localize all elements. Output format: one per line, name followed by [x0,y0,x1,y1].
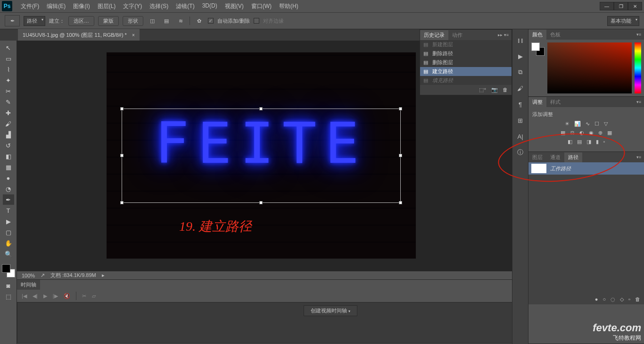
history-item[interactable]: ▤新建图层 [420,40,512,49]
trash-icon[interactable]: 🗑 [503,87,508,93]
fill-path-icon[interactable]: ● [595,296,598,302]
make-mask-button[interactable]: 蒙版 [98,16,119,26]
info-arrow[interactable]: ▸ [102,272,105,278]
doc-info[interactable]: 文档 :834.1K/9.89M [50,272,96,279]
history-tab[interactable]: 历史记录 [420,30,448,40]
make-selection-button[interactable]: 选区… [68,16,94,26]
path-select-tool[interactable]: ▶ [3,216,14,227]
active-tool-preview[interactable]: ✒ [5,15,20,26]
curves-icon[interactable]: ∿ [586,121,590,127]
close-button[interactable]: ✕ [628,2,642,10]
handle-r[interactable] [399,154,402,157]
type-tool[interactable]: T [3,205,14,216]
lookup-icon[interactable]: ▦ [607,130,612,136]
levels-icon[interactable]: 📊 [574,121,581,127]
path-to-selection-icon[interactable]: ◌ [611,296,615,302]
panel-menu-icon[interactable]: ▾≡ [634,155,644,159]
quick-select-tool[interactable]: ✦ [3,75,14,85]
swatches-icon[interactable]: ⊞ [515,115,526,126]
eraser-tool[interactable]: ◧ [3,151,14,161]
rectangle-tool[interactable]: ▢ [3,227,14,237]
brush-tool[interactable]: 🖌 [3,118,14,129]
panel-menu-icon[interactable]: ▾≡ [634,100,644,104]
menu-type[interactable]: 文字(Y) [119,0,146,12]
work-path-item[interactable]: 工作路径 [528,162,644,175]
handle-bl[interactable] [120,201,124,204]
selective-icon[interactable]: ▫ [603,139,605,145]
menu-filter[interactable]: 滤镜(T) [172,0,198,12]
menu-3d[interactable]: 3D(D) [198,0,221,12]
eyedropper-tool[interactable]: ✎ [3,97,14,107]
menu-file[interactable]: 文件(F) [17,0,43,12]
stroke-path-icon[interactable]: ○ [603,296,606,302]
handle-l[interactable] [120,154,124,157]
paths-tab[interactable]: 路径 [564,152,582,162]
mini-fg[interactable] [531,42,540,51]
quickmask-toggle[interactable]: ◙ [3,280,14,291]
history-list[interactable]: ▤新建图层 ▤删除路径 ▤删除图层 ▤建立路径 ▤填充路径 [420,40,512,85]
transform-bounding-box[interactable] [122,109,401,203]
rubber-band-icon[interactable]: ✿ [194,16,204,26]
gradient-tool[interactable]: ▦ [3,162,14,172]
prev-frame-icon[interactable]: ◀| [33,293,38,299]
channels-tab[interactable]: 通道 [546,152,564,162]
create-video-timeline-button[interactable]: 创建视频时间轴 ▾ [304,305,357,316]
make-shape-button[interactable]: 形状 [123,16,143,26]
styles-tab[interactable]: 样式 [546,97,564,107]
brush-presets-icon[interactable]: ⫿⫿ [515,35,526,45]
history-item[interactable]: ▤删除路径 [420,49,512,58]
menu-window[interactable]: 窗口(W) [248,0,275,12]
paths-list[interactable]: 工作路径 [528,162,644,294]
screenmode-toggle[interactable]: ⬚ [3,291,14,302]
path-arrange-icon[interactable]: ≋ [175,16,186,26]
history-collapse-icon[interactable]: ▸▸ ▾≡ [495,33,512,37]
handle-br[interactable] [399,201,402,204]
history-item[interactable]: ▤填充路径 [420,76,512,85]
close-tab-icon[interactable]: × [132,33,135,38]
posterize-icon[interactable]: ▤ [577,139,582,145]
new-path-icon[interactable]: ▫ [628,296,630,302]
first-frame-icon[interactable]: |◀ [22,293,27,299]
color-mini-swatches[interactable] [531,42,545,56]
pen-tool[interactable]: ✒ [3,194,14,205]
path-op-combine-icon[interactable]: ◫ [147,16,157,26]
menu-edit[interactable]: 编辑(E) [43,0,69,12]
panel-menu-icon[interactable]: ▾≡ [634,32,644,37]
foreground-color[interactable] [2,264,10,273]
threshold-icon[interactable]: ◨ [586,139,591,145]
hue-icon[interactable]: ▦ [561,130,565,136]
menu-select[interactable]: 选择(S) [146,0,172,12]
audio-icon[interactable]: 🔇 [64,293,70,299]
history-item-selected[interactable]: ▤建立路径 [420,67,512,76]
handle-t[interactable] [259,107,263,110]
next-frame-icon[interactable]: |▶ [53,293,58,299]
brightness-icon[interactable]: ☀ [565,121,570,127]
menu-image[interactable]: 图像(I) [69,0,93,12]
paragraph-icon[interactable]: ¶ [515,99,526,109]
split-icon[interactable]: ✂ [82,293,86,299]
bw-icon[interactable]: ◐ [579,130,584,136]
share-icon[interactable]: ↗ [41,272,45,278]
transition-icon[interactable]: ▱ [92,293,96,299]
photo-filter-icon[interactable]: ◉ [589,130,594,136]
stamp-tool[interactable]: ▟ [3,129,14,140]
crop-tool[interactable]: ✂ [3,86,14,96]
handle-tr[interactable] [399,107,402,110]
layers-tab[interactable]: 图层 [528,152,546,162]
play-icon[interactable]: ▶ [43,293,47,299]
camera-icon[interactable]: 📷 [491,87,498,93]
dodge-tool[interactable]: ◔ [3,184,14,194]
menu-layer[interactable]: 图层(L) [94,0,120,12]
timeline-tab[interactable]: 时间轴 [17,280,40,290]
blur-tool[interactable]: ● [3,173,14,183]
pen-mode-select[interactable]: 路径 [24,16,45,26]
selection-to-path-icon[interactable]: ◇ [620,296,624,302]
delete-path-icon[interactable]: 🗑 [635,296,640,302]
balance-icon[interactable]: ⚖ [570,130,575,136]
actions-tab[interactable]: 动作 [448,30,466,40]
color-tab[interactable]: 颜色 [528,30,546,40]
menu-view[interactable]: 视图(V) [221,0,248,12]
zoom-level[interactable]: 100% [22,273,35,278]
minimize-button[interactable]: — [600,2,614,10]
handle-tl[interactable] [120,107,124,110]
